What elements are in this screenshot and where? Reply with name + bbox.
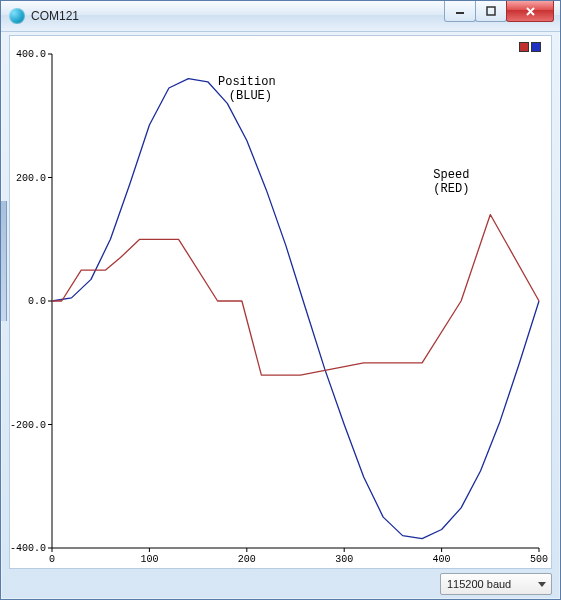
- plot-area: -400.0-200.00.0200.0400.0010020030040050…: [10, 36, 551, 568]
- window-title: COM121: [31, 9, 79, 23]
- maximize-icon: [486, 6, 496, 16]
- left-edge-strip: [1, 201, 7, 321]
- svg-text:Speed: Speed: [433, 168, 469, 182]
- svg-text:500: 500: [530, 554, 548, 565]
- app-window: COM121 -400.0-200.00.0200.0400.001002003…: [0, 0, 561, 600]
- svg-text:300: 300: [335, 554, 353, 565]
- svg-text:200: 200: [238, 554, 256, 565]
- maximize-button[interactable]: [475, 1, 507, 22]
- close-button[interactable]: [506, 1, 554, 22]
- app-icon: [9, 8, 25, 24]
- svg-text:-400.0: -400.0: [10, 543, 46, 554]
- minimize-icon: [455, 6, 465, 16]
- svg-text:Position: Position: [218, 75, 276, 89]
- svg-text:0.0: 0.0: [28, 296, 46, 307]
- statusbar: 115200 baud: [9, 573, 552, 595]
- titlebar: COM121: [1, 1, 560, 32]
- svg-text:100: 100: [140, 554, 158, 565]
- svg-line-3: [527, 8, 534, 15]
- svg-text:(BLUE): (BLUE): [222, 89, 272, 103]
- svg-text:(RED): (RED): [433, 182, 469, 196]
- chart-svg: -400.0-200.00.0200.0400.0010020030040050…: [10, 36, 551, 568]
- svg-text:400: 400: [433, 554, 451, 565]
- close-icon: [525, 6, 536, 17]
- baud-select[interactable]: 115200 baud: [440, 573, 552, 595]
- window-buttons: [445, 1, 554, 23]
- svg-rect-1: [487, 7, 495, 15]
- plot-panel: -400.0-200.00.0200.0400.0010020030040050…: [9, 35, 552, 569]
- svg-text:400.0: 400.0: [16, 49, 46, 60]
- minimize-button[interactable]: [444, 1, 476, 22]
- svg-line-2: [527, 8, 534, 15]
- svg-text:200.0: 200.0: [16, 173, 46, 184]
- svg-text:-200.0: -200.0: [10, 420, 46, 431]
- svg-text:0: 0: [49, 554, 55, 565]
- baud-select-value: 115200 baud: [447, 578, 511, 590]
